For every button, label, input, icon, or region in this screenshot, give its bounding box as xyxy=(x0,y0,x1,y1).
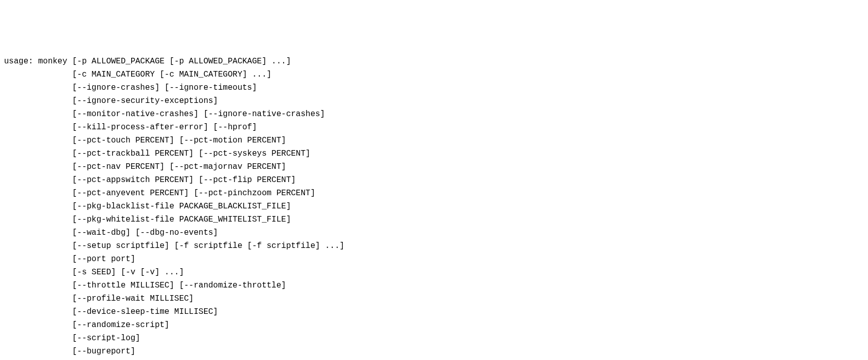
usage-line: [--pkg-whitelist-file PACKAGE_WHITELIST_… xyxy=(4,215,291,224)
usage-line: [--pct-appswitch PERCENT] [--pct-flip PE… xyxy=(4,175,296,185)
usage-line: [--script-log] xyxy=(4,334,140,343)
usage-line: [--pct-anyevent PERCENT] [--pct-pinchzoo… xyxy=(4,189,315,198)
usage-line: [--monitor-native-crashes] [--ignore-nat… xyxy=(4,110,325,119)
usage-output: usage: monkey [-p ALLOWED_PACKAGE [-p AL… xyxy=(4,55,864,360)
usage-line: [--setup scriptfile] [-f scriptfile [-f … xyxy=(4,241,344,250)
usage-line: [--ignore-crashes] [--ignore-timeouts] xyxy=(4,83,257,92)
usage-line: [--bugreport] xyxy=(4,347,135,356)
usage-line: [--device-sleep-time MILLISEC] xyxy=(4,307,218,316)
usage-line: [--pct-nav PERCENT] [--pct-majornav PERC… xyxy=(4,162,286,171)
usage-line: [--randomize-script] xyxy=(4,320,169,330)
usage-line: [--kill-process-after-error] [--hprof] xyxy=(4,123,257,132)
usage-line: [-c MAIN_CATEGORY [-c MAIN_CATEGORY] ...… xyxy=(4,70,271,79)
usage-line: [--port port] xyxy=(4,255,135,264)
usage-line: [--wait-dbg] [--dbg-no-events] xyxy=(4,228,218,237)
usage-line: [--pct-touch PERCENT] [--pct-motion PERC… xyxy=(4,136,286,145)
usage-line: usage: monkey [-p ALLOWED_PACKAGE [-p AL… xyxy=(4,57,291,66)
usage-line: [--throttle MILLISEC] [--randomize-throt… xyxy=(4,281,286,290)
usage-line: [--ignore-security-exceptions] xyxy=(4,96,218,105)
usage-line: [-s SEED] [-v [-v] ...] xyxy=(4,268,184,277)
usage-line: [--pkg-blacklist-file PACKAGE_BLACKLIST_… xyxy=(4,202,291,211)
usage-line: [--pct-trackball PERCENT] [--pct-syskeys… xyxy=(4,149,310,158)
usage-line: [--profile-wait MILLISEC] xyxy=(4,294,193,303)
